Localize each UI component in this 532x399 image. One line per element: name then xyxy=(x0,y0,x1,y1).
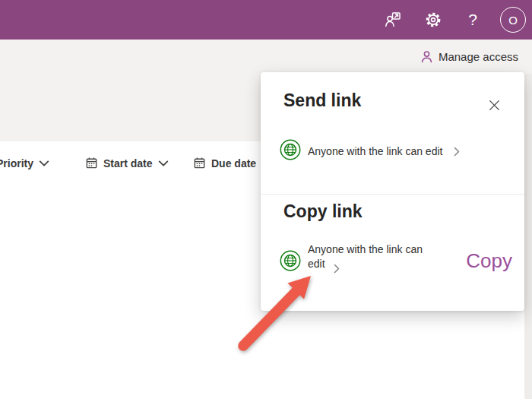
help-icon[interactable]: ? xyxy=(463,0,483,40)
copy-link-permission-label: Anyone with the link can edit xyxy=(308,242,435,274)
app-window: ? O Manage access xyxy=(0,0,532,399)
feedback-icon[interactable] xyxy=(382,0,404,40)
chevron-right-icon xyxy=(454,147,460,157)
person-icon xyxy=(420,50,433,63)
manage-access-label: Manage access xyxy=(439,50,518,63)
chevron-down-icon xyxy=(39,160,49,168)
column-header-due-date[interactable]: Due date xyxy=(193,141,256,185)
app-header: ? O xyxy=(0,0,532,40)
column-label: Start date xyxy=(103,157,153,169)
copy-button[interactable]: Copy xyxy=(466,249,512,273)
account-avatar[interactable]: O xyxy=(499,0,527,40)
column-header-priority[interactable]: Priority xyxy=(0,141,49,185)
annotation-arrow xyxy=(213,258,327,365)
globe-icon xyxy=(280,139,301,163)
settings-gear-icon[interactable] xyxy=(423,0,443,40)
calendar-icon xyxy=(193,157,206,169)
chevron-right-icon xyxy=(334,264,340,274)
manage-access-button[interactable]: Manage access xyxy=(416,40,523,74)
command-bar: Manage access xyxy=(0,40,532,74)
column-label: Priority xyxy=(0,157,33,169)
send-link-permission-label: Anyone with the link can edit xyxy=(308,145,442,157)
send-link-permission-row[interactable]: Anyone with the link can edit xyxy=(280,139,460,163)
avatar-initial: O xyxy=(500,7,526,33)
copy-link-title: Copy link xyxy=(283,201,363,222)
close-button[interactable] xyxy=(489,100,500,111)
send-link-title: Send link xyxy=(283,90,361,111)
column-label: Due date xyxy=(211,157,256,169)
calendar-icon xyxy=(85,157,98,169)
chevron-down-icon xyxy=(158,160,169,168)
page-right-gutter xyxy=(524,74,532,399)
section-divider xyxy=(261,194,524,195)
column-header-start-date[interactable]: Start date xyxy=(85,141,169,185)
close-icon xyxy=(489,100,500,111)
